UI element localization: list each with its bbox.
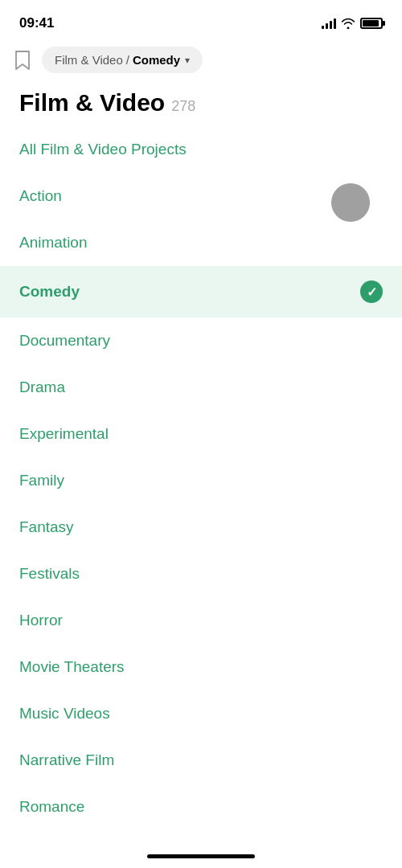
category-item-all[interactable]: All Film & Video Projects (0, 126, 402, 173)
home-indicator (147, 854, 255, 858)
category-label-family: Family (19, 472, 64, 489)
category-label-narrative-film: Narrative Film (19, 751, 114, 769)
check-icon-comedy (360, 280, 383, 303)
category-label-animation: Animation (19, 234, 88, 252)
category-label-all: All Film & Video Projects (19, 141, 187, 158)
category-item-fantasy[interactable]: Fantasy (0, 504, 402, 551)
breadcrumb-separator: / (126, 53, 129, 67)
category-item-music-videos[interactable]: Music Videos (0, 690, 402, 737)
category-label-festivals: Festivals (19, 565, 80, 583)
page-title: Film & Video (19, 89, 165, 117)
breadcrumb[interactable]: Film & Video / Comedy ▾ (42, 47, 203, 73)
category-item-festivals[interactable]: Festivals (0, 551, 402, 597)
gray-circle-decoration (331, 183, 370, 222)
category-label-horror: Horror (19, 612, 63, 629)
chevron-down-icon: ▾ (185, 55, 190, 66)
category-item-narrative-film[interactable]: Narrative Film (0, 737, 402, 784)
battery-icon (360, 18, 383, 29)
page-count: 278 (171, 98, 195, 115)
category-item-experimental[interactable]: Experimental (0, 411, 402, 457)
nav-bar: Film & Video / Comedy ▾ (0, 40, 402, 83)
category-label-experimental: Experimental (19, 425, 109, 443)
breadcrumb-parent: Film & Video (55, 53, 123, 67)
category-item-family[interactable]: Family (0, 457, 402, 504)
category-label-comedy: Comedy (19, 283, 80, 301)
category-item-horror[interactable]: Horror (0, 597, 402, 644)
category-item-romance[interactable]: Romance (0, 784, 402, 830)
category-label-fantasy: Fantasy (19, 518, 74, 536)
category-label-romance: Romance (19, 798, 84, 816)
signal-bars-icon (322, 18, 336, 29)
wifi-icon (341, 18, 355, 29)
category-item-animation[interactable]: Animation (0, 219, 402, 266)
status-bar: 09:41 (0, 0, 402, 40)
status-time: 09:41 (19, 15, 54, 31)
category-item-comedy[interactable]: Comedy (0, 266, 402, 317)
category-label-movie-theaters: Movie Theaters (19, 658, 125, 676)
category-item-drama[interactable]: Drama (0, 364, 402, 411)
category-item-movie-theaters[interactable]: Movie Theaters (0, 644, 402, 690)
bookmark-icon[interactable] (13, 49, 32, 72)
category-label-drama: Drama (19, 379, 65, 396)
breadcrumb-current: Comedy (133, 53, 180, 67)
category-label-documentary: Documentary (19, 332, 110, 350)
category-label-music-videos: Music Videos (19, 705, 110, 723)
category-list: All Film & Video ProjectsActionAnimation… (0, 126, 402, 830)
page-header: Film & Video 278 (0, 83, 402, 120)
status-icons (322, 18, 383, 29)
category-item-documentary[interactable]: Documentary (0, 317, 402, 364)
category-label-action: Action (19, 187, 62, 205)
